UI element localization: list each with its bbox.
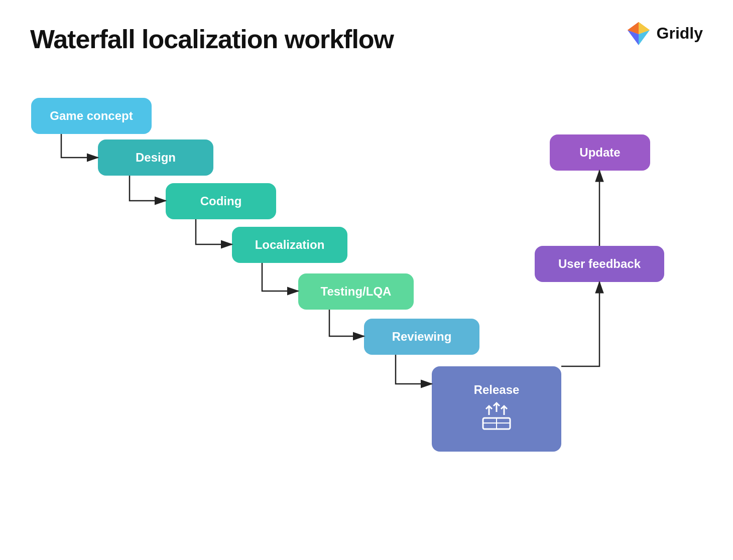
- box-update: Update: [550, 134, 650, 171]
- box-coding: Coding: [166, 183, 276, 219]
- box-localization: Localization: [232, 227, 347, 263]
- release-icon: [479, 401, 514, 436]
- gridly-logo-icon: [626, 20, 652, 46]
- box-reviewing: Reviewing: [364, 319, 479, 355]
- logo: Gridly: [626, 20, 703, 46]
- box-testing: Testing/LQA: [298, 273, 414, 310]
- logo-text: Gridly: [657, 24, 703, 43]
- box-game-concept: Game concept: [31, 98, 152, 134]
- box-design: Design: [98, 139, 213, 176]
- page-title: Waterfall localization workflow: [30, 24, 394, 54]
- box-user-feedback: User feedback: [535, 246, 664, 282]
- box-release: Release: [432, 366, 561, 452]
